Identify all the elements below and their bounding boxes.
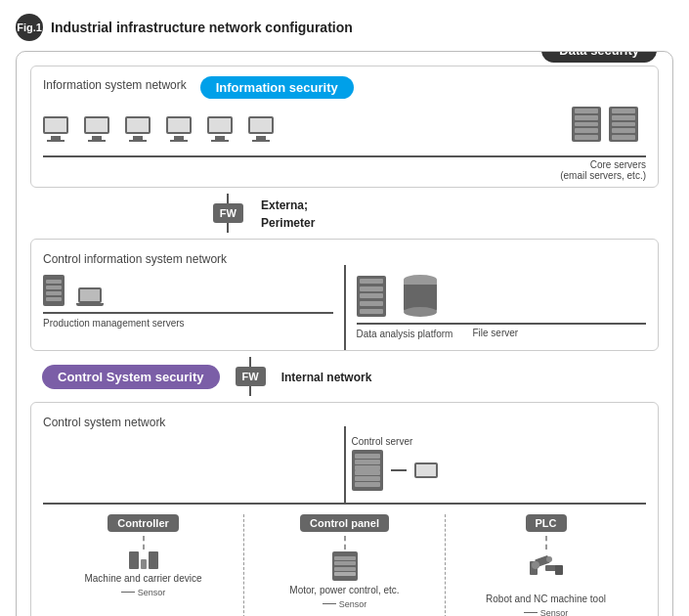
ctrl-system-network-label: Control system network [43,416,165,429]
sensor-label-3: Sensor [540,608,569,616]
control-panel-col: Control panel Motor, power control, [243,514,445,616]
pc-icon-1 [43,116,68,148]
core-servers-label: Core servers [590,159,646,170]
machine-icon [129,551,158,569]
fw-box-2: FW [236,367,266,386]
info-system-network-label: Information system network [43,78,187,92]
figure-title-row: Fig.1 Industrial infrastructure network … [16,14,673,41]
plc-col: PLC [445,514,646,616]
fig-title: Industrial infrastructure network config… [51,20,353,35]
pc-icon-4 [166,116,192,148]
data-security-badge: Data security [541,51,657,63]
file-server-label: File server [472,328,518,340]
tower-server-icon [43,275,65,306]
pc-icon-3 [125,116,151,148]
sensor-row-2: Sensor [323,598,367,609]
server-rack-1 [572,107,601,148]
controller-col: Controller Machine and ca [43,514,243,616]
svg-point-4 [546,556,552,562]
machine-device-label: Machine and carrier device [84,572,201,585]
pc-icon-2 [84,116,109,148]
ctrl-info-network-label: Control information system network [43,252,227,266]
fw-box-1: FW [213,203,243,223]
controller-label: Controller [108,514,179,532]
sensor-row-1: Sensor [121,587,166,597]
diagram: Data security Information system network… [16,51,673,616]
internal-network-label: Internal network [281,371,372,384]
laptop-icon [76,287,104,306]
external-perimeter-label: Externa;Perimeter [261,198,315,230]
file-server-icon [404,275,437,317]
control-panel-label: Control panel [300,514,389,532]
svg-rect-5 [555,565,563,575]
core-servers-sub-label: (email servers, etc.) [560,170,646,181]
server-rack-2 [609,107,638,148]
plc-label: PLC [526,514,567,532]
pc-icon-6 [248,116,274,148]
production-mgmt-label: Production management servers [43,317,185,330]
robot-icon [528,551,565,590]
data-analysis-label: Data analysis platform [357,328,453,340]
svg-point-3 [532,561,539,569]
sensor-row-3: Sensor [524,607,569,616]
sensor-label-2: Sensor [339,599,367,609]
fig-badge: Fig.1 [16,14,43,41]
page: Fig.1 Industrial infrastructure network … [0,0,689,616]
information-security-pill: Information security [200,76,354,99]
sensor-label-1: Sensor [138,588,166,597]
control-panel-icon [332,551,358,581]
robot-nc-label: Robot and NC machine tool [486,593,606,605]
ctrl-server-label: Control server [352,436,647,447]
pc-icon-5 [207,116,233,148]
motor-label: Motor, power control, etc. [289,584,399,596]
devices-row: Controller Machine and ca [43,514,646,616]
ctrl-monitor [414,462,438,478]
control-system-security-pill: Control System security [42,365,220,389]
ctrl-server-rack [352,450,383,491]
data-analysis-icon [357,276,386,317]
